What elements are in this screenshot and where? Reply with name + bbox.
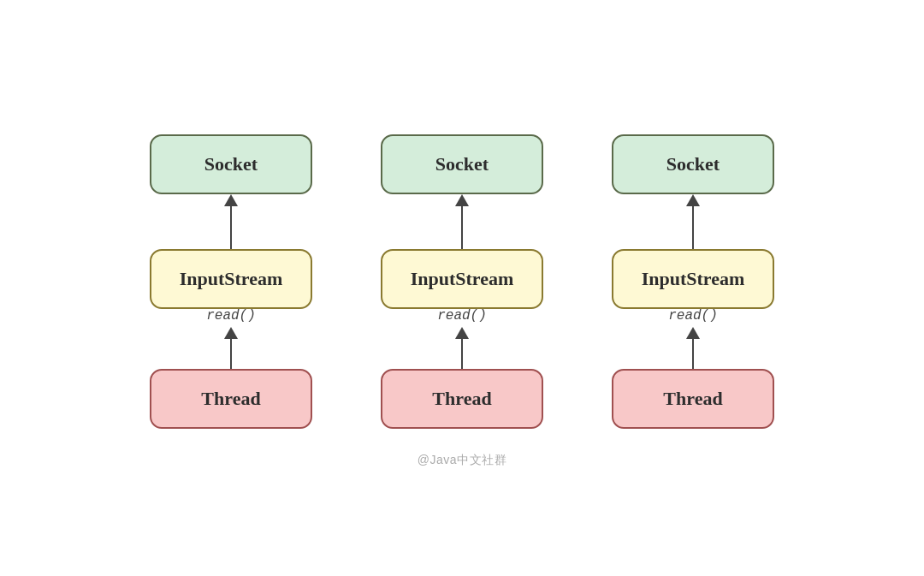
diagram-container: Socket InputStream read() Thread Socket — [116, 109, 808, 437]
arrowhead-3b — [686, 327, 700, 339]
arrowhead-1b — [224, 327, 238, 339]
arrowhead-2a — [455, 194, 469, 206]
arrow-container-3: read() — [668, 309, 718, 369]
arrow-up-2 — [455, 327, 469, 370]
column-1: Socket InputStream read() Thread — [150, 134, 312, 429]
arrow-container-1: read() — [206, 309, 256, 369]
inputstream-label-2: InputStream — [411, 268, 514, 290]
inputstream-box-2: InputStream — [381, 249, 543, 309]
socket-label-2: Socket — [435, 153, 489, 175]
socket-box-3: Socket — [612, 134, 774, 194]
arrow-socket-inputstream-1 — [224, 194, 238, 249]
shaft-1a — [230, 206, 232, 249]
socket-box-2: Socket — [381, 134, 543, 194]
thread-box-1: Thread — [150, 369, 312, 429]
inputstream-box-1: InputStream — [150, 249, 312, 309]
watermark: @Java中文社群 — [418, 453, 506, 468]
shaft-2b — [461, 339, 463, 370]
thread-box-3: Thread — [612, 369, 774, 429]
arrow-up-1 — [224, 327, 238, 370]
arrowhead-3a — [686, 194, 700, 206]
column-3: Socket InputStream read() Thread — [612, 134, 774, 429]
shaft-2a — [461, 206, 463, 249]
inputstream-label-1: InputStream — [180, 268, 283, 290]
read-label-3: read() — [668, 308, 718, 324]
read-label-1: read() — [206, 308, 256, 324]
arrow-up-3 — [686, 327, 700, 370]
column-2: Socket InputStream read() Thread — [381, 134, 543, 429]
thread-label-1: Thread — [201, 388, 260, 410]
arrow-socket-inputstream-2 — [455, 194, 469, 249]
shaft-1b — [230, 339, 232, 370]
inputstream-box-3: InputStream — [612, 249, 774, 309]
arrowhead-2b — [455, 327, 469, 339]
thread-label-2: Thread — [432, 388, 491, 410]
thread-label-3: Thread — [663, 388, 722, 410]
read-label-2: read() — [437, 308, 487, 324]
arrowhead-1a — [224, 194, 238, 206]
arrow-container-2: read() — [437, 309, 487, 369]
socket-label-1: Socket — [204, 153, 258, 175]
socket-label-3: Socket — [666, 153, 720, 175]
shaft-3a — [692, 206, 694, 249]
thread-box-2: Thread — [381, 369, 543, 429]
socket-box-1: Socket — [150, 134, 312, 194]
arrow-socket-inputstream-3 — [686, 194, 700, 249]
inputstream-label-3: InputStream — [642, 268, 745, 290]
shaft-3b — [692, 339, 694, 370]
